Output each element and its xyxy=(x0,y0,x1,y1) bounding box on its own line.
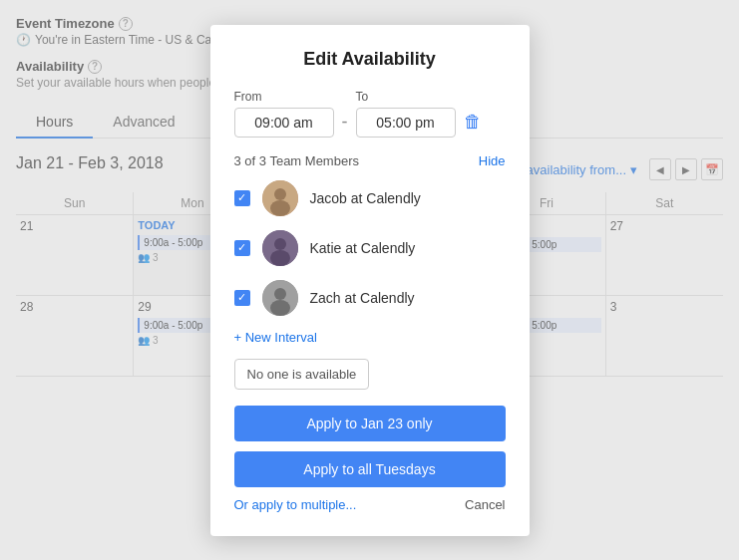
modal-footer: Or apply to multiple... Cancel xyxy=(234,497,506,512)
hide-members-link[interactable]: Hide xyxy=(479,153,506,168)
member-checkbox-katie[interactable] xyxy=(234,240,250,256)
time-range-row: From - To 🗑 xyxy=(234,90,506,138)
member-name-katie: Katie at Calendly xyxy=(310,240,416,256)
svg-point-7 xyxy=(274,288,286,300)
member-avatar-katie xyxy=(262,230,298,266)
to-time-input[interactable] xyxy=(356,108,456,138)
from-label: From xyxy=(234,90,334,104)
member-row-zach: Zach at Calendly xyxy=(234,280,506,316)
to-label: To xyxy=(356,90,456,104)
modal-title: Edit Availability xyxy=(234,49,506,70)
zach-avatar-svg xyxy=(262,280,298,316)
delete-interval-icon[interactable]: 🗑 xyxy=(464,112,482,133)
time-separator: - xyxy=(342,112,348,133)
cancel-link[interactable]: Cancel xyxy=(465,497,505,512)
apply-all-btn[interactable]: Apply to all Tuesdays xyxy=(234,451,506,487)
svg-point-4 xyxy=(274,238,286,250)
members-header: 3 of 3 Team Members Hide xyxy=(234,153,506,168)
new-interval-link[interactable]: + New Interval xyxy=(234,330,506,345)
member-avatar-jacob xyxy=(262,180,298,216)
jacob-avatar-svg xyxy=(262,180,298,216)
modal-overlay: Edit Availability From - To 🗑 3 of 3 Tea… xyxy=(0,0,739,560)
svg-point-1 xyxy=(274,188,286,200)
members-count: 3 of 3 Team Members xyxy=(234,153,359,168)
member-name-zach: Zach at Calendly xyxy=(310,290,415,306)
member-avatar-zach xyxy=(262,280,298,316)
svg-point-5 xyxy=(270,250,290,266)
from-field-group: From xyxy=(234,90,334,138)
apply-multiple-link[interactable]: Or apply to multiple... xyxy=(234,497,357,512)
no-one-available-btn[interactable]: No one is available xyxy=(234,359,370,390)
from-time-input[interactable] xyxy=(234,108,334,138)
apply-date-btn[interactable]: Apply to Jan 23 only xyxy=(234,406,506,441)
katie-avatar-svg xyxy=(262,230,298,266)
member-checkbox-jacob[interactable] xyxy=(234,190,250,206)
to-field-group: To xyxy=(356,90,456,138)
svg-point-8 xyxy=(270,300,290,316)
member-row-katie: Katie at Calendly xyxy=(234,230,506,266)
svg-point-2 xyxy=(270,200,290,216)
edit-availability-modal: Edit Availability From - To 🗑 3 of 3 Tea… xyxy=(210,25,530,536)
member-checkbox-zach[interactable] xyxy=(234,290,250,306)
member-row-jacob: Jacob at Calendly xyxy=(234,180,506,216)
member-name-jacob: Jacob at Calendly xyxy=(310,190,421,206)
